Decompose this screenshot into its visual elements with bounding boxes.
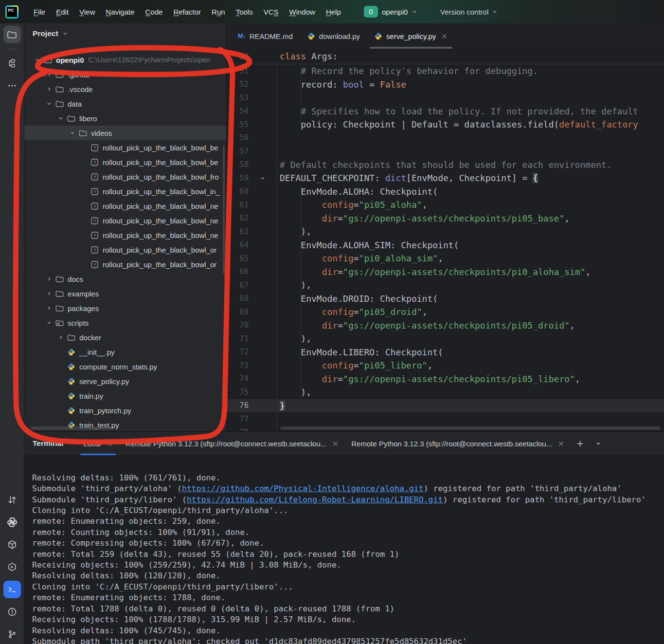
tree-item-rollout_pick_up_the_black_bowl_or[interactable]: ?rollout_pick_up_the_black_bowl_or	[24, 257, 226, 272]
tree-item-rollout_pick_up_the_black_bowl_ne[interactable]: ?rollout_pick_up_the_black_bowl_ne	[24, 213, 226, 228]
tree-item-serve_policy.py[interactable]: serve_policy.py	[24, 374, 226, 388]
chevron-right-icon[interactable]	[44, 305, 54, 311]
fold-chevron-icon[interactable]	[249, 175, 277, 181]
chevron-down-icon[interactable]	[44, 320, 54, 326]
tree-item-rollout_pick_up_the_black_bowl_be[interactable]: ?rollout_pick_up_the_black_bowl_be	[24, 140, 226, 155]
code-line-57[interactable]: 57	[227, 145, 664, 158]
code-line-56[interactable]: 56	[227, 131, 664, 145]
menu-item-refactor[interactable]: Refactor	[168, 8, 206, 16]
tool-button-python-console[interactable]	[3, 514, 21, 531]
code-line-54[interactable]: 54 # Specifies how to load the policy. I…	[227, 105, 664, 118]
menu-item-edit[interactable]: Edit	[51, 8, 74, 16]
tool-button-structure[interactable]	[3, 55, 21, 72]
terminal-tab-remote[interactable]: Remote Python 3.12.3 (sftp://root@connec…	[345, 432, 571, 455]
editor-tab-README.md[interactable]: M↓README.md	[231, 23, 300, 49]
close-icon[interactable]	[558, 441, 564, 447]
code-line-65[interactable]: 65 config="pi0_aloha_sim",	[227, 252, 664, 265]
code-line-68[interactable]: 68 EnvMode.DROID: Checkpoint(	[227, 292, 664, 306]
tool-button-project-folder[interactable]	[3, 26, 21, 43]
tool-button-more[interactable]	[3, 77, 21, 94]
project-panel-header[interactable]: Project	[24, 23, 226, 44]
close-icon[interactable]	[441, 33, 448, 39]
tree-item-__init__.py[interactable]: __init__.py	[24, 345, 226, 359]
editor-tab-serve_policy.py[interactable]: serve_policy.py	[367, 23, 455, 49]
code-editor[interactable]: 39class Args: 51 # Record the policy's b…	[227, 49, 664, 431]
tree-item-.vscode[interactable]: .vscode	[24, 82, 226, 96]
code-line-69[interactable]: 69 config="pi05_droid",	[227, 305, 664, 319]
tool-button-updates[interactable]	[3, 491, 21, 509]
tool-button-services[interactable]	[3, 558, 21, 576]
chevron-right-icon[interactable]	[44, 276, 54, 282]
code-line-66[interactable]: 66 dir="gs://openpi-assets/checkpoints/p…	[227, 265, 664, 279]
tree-item-rollout_pick_up_the_black_bowl_in_[interactable]: ?rollout_pick_up_the_black_bowl_in_	[24, 184, 226, 199]
menu-item-view[interactable]: View	[74, 8, 100, 16]
close-icon[interactable]	[107, 441, 113, 447]
tree-item-train_pytorch.py[interactable]: train_pytorch.py	[24, 403, 226, 418]
code-line-55[interactable]: 55 policy: Checkpoint | Default = datacl…	[227, 118, 664, 131]
tree-item-data[interactable]: data	[24, 96, 226, 111]
tree-item-rollout_pick_up_the_black_bowl_ne[interactable]: ?rollout_pick_up_the_black_bowl_ne	[24, 228, 226, 242]
close-icon[interactable]	[332, 441, 339, 447]
code-line-71[interactable]: 71 ),	[227, 332, 664, 346]
editor-horizontal-scrollbar[interactable]	[280, 426, 661, 430]
chevron-right-icon[interactable]	[44, 86, 54, 92]
code-line-60[interactable]: 60 EnvMode.ALOHA: Checkpoint(	[227, 185, 664, 199]
code-line-58[interactable]: 58# Default checkpoints that should be u…	[227, 158, 664, 172]
terminal-tab-remote[interactable]: Remote Python 3.12.3 (sftp://root@connec…	[119, 432, 345, 455]
code-line-63[interactable]: 63 ),	[227, 225, 664, 239]
chevron-down-icon[interactable]	[55, 115, 66, 121]
tree-item-docker[interactable]: docker	[24, 330, 226, 345]
code-line-51[interactable]: 51 # Record the policy's behavior for de…	[227, 64, 664, 78]
tree-item-scripts[interactable]: scripts	[24, 315, 226, 330]
tree-item-rollout_pick_up_the_black_bowl_ne[interactable]: ?rollout_pick_up_the_black_bowl_ne	[24, 199, 226, 213]
project-vertical-scrollbar[interactable]	[223, 146, 225, 274]
menu-item-window[interactable]: Window	[284, 8, 321, 16]
menu-item-code[interactable]: Code	[140, 8, 168, 16]
tool-button-terminal[interactable]	[3, 581, 21, 598]
code-line-61[interactable]: 61 config="pi05_aloha",	[227, 198, 664, 212]
tool-button-python-packages[interactable]	[3, 536, 21, 553]
tree-item-examples[interactable]: examples	[24, 286, 226, 301]
tree-item-train.py[interactable]: train.py	[24, 388, 226, 403]
chevron-right-icon[interactable]	[44, 72, 54, 77]
tree-item-compute_norm_stats.py[interactable]: compute_norm_stats.py	[24, 359, 226, 374]
terminal-output[interactable]: Resolving deltas: 100% (761/761), done.S…	[24, 455, 664, 644]
code-line-70[interactable]: 70 dir="gs://openpi-assets/checkpoints/p…	[227, 319, 664, 332]
tree-item-videos[interactable]: videos	[24, 126, 226, 140]
code-line-64[interactable]: 64 EnvMode.ALOHA_SIM: Checkpoint(	[227, 239, 664, 252]
menu-item-file[interactable]: File	[28, 8, 51, 16]
chevron-down-icon[interactable]	[44, 101, 54, 107]
tool-button-problems[interactable]	[3, 603, 21, 621]
terminal-options-chevron-icon[interactable]	[590, 432, 607, 455]
menu-item-vcs[interactable]: VCS	[258, 8, 284, 16]
chevron-right-icon[interactable]	[55, 334, 66, 340]
project-horizontal-scrollbar[interactable]	[31, 426, 111, 430]
code-line-59[interactable]: 59DEFAULT_CHECKPOINT: dict[EnvMode, Chec…	[227, 171, 664, 185]
terminal-link[interactable]: https://github.com/Physical-Intelligence…	[182, 484, 424, 493]
code-line-74[interactable]: 74 dir="gs://openpi-assets/checkpoints/p…	[227, 372, 664, 386]
menu-item-help[interactable]: Help	[321, 8, 346, 16]
terminal-link[interactable]: https://github.com/Lifelong-Robot-Learni…	[187, 495, 443, 504]
chevron-down-icon[interactable]	[67, 130, 78, 136]
code-line-72[interactable]: 72 EnvMode.LIBERO: Checkpoint(	[227, 346, 664, 359]
menu-item-run[interactable]: Run	[206, 8, 231, 16]
code-line-62[interactable]: 62 dir="gs://openpi-assets/checkpoints/p…	[227, 212, 664, 225]
tree-item-docs[interactable]: docs	[24, 272, 226, 286]
tree-item-rollout_pick_up_the_black_bowl_or[interactable]: ?rollout_pick_up_the_black_bowl_or	[24, 242, 226, 257]
tree-item-.github[interactable]: .github	[24, 67, 226, 82]
code-line-53[interactable]: 53	[227, 91, 664, 105]
menu-item-tools[interactable]: Tools	[231, 8, 258, 16]
version-control-selector[interactable]: Version control	[440, 0, 498, 23]
tree-item-libero[interactable]: libero	[24, 111, 226, 126]
code-line-73[interactable]: 73 config="pi05_libero",	[227, 359, 664, 372]
tree-item-openpi0[interactable]: openpi0C:\Users\12622\PycharmProjects\op…	[24, 53, 226, 67]
tool-button-version-control[interactable]	[3, 626, 21, 643]
new-terminal-button[interactable]	[571, 432, 590, 455]
tree-item-packages[interactable]: packages	[24, 301, 226, 315]
tree-item-rollout_pick_up_the_black_bowl_fro[interactable]: ?rollout_pick_up_the_black_bowl_fro	[24, 169, 226, 184]
terminal-tab-local[interactable]: Local	[77, 432, 119, 455]
code-line-75[interactable]: 75 ),	[227, 386, 664, 399]
tree-item-rollout_pick_up_the_black_bowl_be[interactable]: ?rollout_pick_up_the_black_bowl_be	[24, 155, 226, 169]
run-configuration-selector[interactable]: 0 openpi0	[364, 0, 417, 23]
code-line-67[interactable]: 67 ),	[227, 278, 664, 292]
